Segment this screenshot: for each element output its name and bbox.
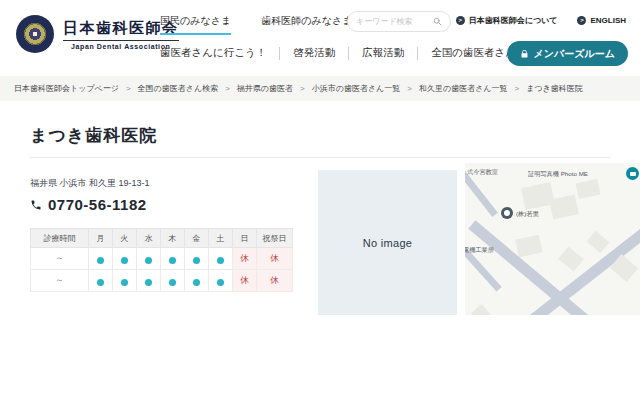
english-link-label: ENGLISH <box>590 16 626 25</box>
divider <box>30 157 610 158</box>
hours-table-header-row: 診療時間月火水木金土日祝祭日 <box>31 229 293 248</box>
map-label: 電機工業所 <box>465 246 494 255</box>
hours-row: ～休休 <box>31 270 293 292</box>
breadcrumb-item: まつき歯科医院 <box>526 83 583 94</box>
hours-open-cell <box>137 248 161 270</box>
open-dot-icon <box>97 279 104 286</box>
nav-divider <box>348 47 349 60</box>
members-room-button[interactable]: メンバーズルーム <box>507 41 628 66</box>
open-dot-icon <box>97 257 104 264</box>
hours-open-cell <box>161 270 185 292</box>
site-logo[interactable]: 日本歯科医師会 Japan Dental Association <box>16 15 179 53</box>
hours-header-cell: 月 <box>89 229 113 248</box>
clinic-name-title: まつき歯科医院 <box>30 124 157 147</box>
breadcrumb-item[interactable]: 福井県の歯医者 <box>237 83 293 94</box>
hours-closed-cell: 休 <box>257 270 293 292</box>
camera-poi-icon <box>626 167 639 180</box>
open-dot-icon <box>121 257 128 264</box>
search-icon[interactable] <box>433 17 442 26</box>
map-building <box>558 246 584 271</box>
open-dot-icon <box>121 279 128 286</box>
tab-dentists[interactable]: 歯科医師のみなさま <box>261 14 352 33</box>
hours-header-cell: 金 <box>185 229 209 248</box>
map-building <box>549 195 579 220</box>
hours-time-cell: ～ <box>31 270 89 292</box>
hours-open-cell <box>113 248 137 270</box>
open-dot-icon <box>145 279 152 286</box>
breadcrumb-item[interactable]: 日本歯科医師会トップページ <box>14 83 119 94</box>
hours-open-cell <box>185 270 209 292</box>
map-building <box>576 179 601 199</box>
nav-divider <box>279 47 280 60</box>
hours-open-cell <box>209 248 233 270</box>
open-dot-icon <box>193 279 200 286</box>
about-link-label: 日本歯科医師会について <box>469 15 558 26</box>
page: 日本歯科医師会 Japan Dental Association 国民のみなさま… <box>0 0 640 400</box>
utility-links: > 日本歯科医師会について > ENGLISH <box>456 15 626 26</box>
map-label: (株)若里 <box>516 210 539 219</box>
map-building <box>515 235 542 258</box>
hours-open-cell <box>89 248 113 270</box>
english-link[interactable]: > ENGLISH <box>577 16 626 25</box>
open-dot-icon <box>169 257 176 264</box>
hours-table: 診療時間月火水木金土日祝祭日 ～休休～休休 <box>30 228 293 292</box>
search-input[interactable]: キーワード検索 <box>347 11 451 32</box>
hours-row: ～休休 <box>31 248 293 270</box>
clinic-map[interactable]: 式今宮教室 証明写真機 Photo ME (株)若里 電機工業所 <box>465 163 640 315</box>
hours-open-cell <box>113 270 137 292</box>
open-dot-icon <box>145 257 152 264</box>
map-label: 式今宮教室 <box>467 168 498 177</box>
main-nav-item[interactable]: 広報活動 <box>362 46 404 60</box>
hours-header-cell: 診療時間 <box>31 229 89 248</box>
nav-divider <box>417 47 418 60</box>
hours-closed-cell: 休 <box>233 270 257 292</box>
phone-number[interactable]: 0770-56-1182 <box>48 196 147 213</box>
phone-icon <box>30 199 42 211</box>
site-header: 日本歯科医師会 Japan Dental Association 国民のみなさま… <box>0 0 640 76</box>
breadcrumb-item[interactable]: 全国の歯医者さん検索 <box>138 83 219 94</box>
map-building <box>471 304 495 315</box>
hours-header-cell: 土 <box>209 229 233 248</box>
open-dot-icon <box>169 279 176 286</box>
breadcrumb-separator: > <box>407 84 412 93</box>
breadcrumb-item[interactable]: 和久里の歯医者さん一覧 <box>419 83 508 94</box>
breadcrumb-separator: > <box>515 84 520 93</box>
map-poi-marker-icon <box>501 207 513 219</box>
open-dot-icon <box>217 257 224 264</box>
hours-header-cell: 祝祭日 <box>257 229 293 248</box>
search-placeholder: キーワード検索 <box>356 16 433 27</box>
arrow-circle-icon: > <box>456 16 465 25</box>
hours-open-cell <box>89 270 113 292</box>
lock-icon <box>520 49 529 59</box>
about-link[interactable]: > 日本歯科医師会について <box>456 15 558 26</box>
main-nav-item[interactable]: 歯医者さんに行こう！ <box>160 46 266 60</box>
open-dot-icon <box>217 279 224 286</box>
hours-open-cell <box>209 270 233 292</box>
hours-header-cell: 日 <box>233 229 257 248</box>
main-nav: 歯医者さんに行こう！啓発活動広報活動全国の歯医者さん検索 <box>160 46 537 60</box>
breadcrumb-item[interactable]: 小浜市の歯医者さん一覧 <box>312 83 401 94</box>
map-building <box>587 231 610 253</box>
hours-closed-cell: 休 <box>257 248 293 270</box>
hours-open-cell <box>137 270 161 292</box>
breadcrumb: 日本歯科医師会トップページ>全国の歯医者さん検索>福井県の歯医者>小浜市の歯医者… <box>0 76 640 101</box>
map-label: 証明写真機 Photo ME <box>528 170 588 179</box>
hours-time-cell: ～ <box>31 248 89 270</box>
hours-closed-cell: 休 <box>233 248 257 270</box>
breadcrumb-separator: > <box>225 84 230 93</box>
hours-header-cell: 水 <box>137 229 161 248</box>
hours-open-cell <box>185 248 209 270</box>
clinic-address: 福井県 小浜市 和久里 19-13-1 <box>30 177 150 190</box>
members-room-label: メンバーズルーム <box>534 47 615 61</box>
main-nav-item[interactable]: 啓発活動 <box>293 46 335 60</box>
hours-open-cell <box>161 248 185 270</box>
breadcrumb-separator: > <box>126 84 131 93</box>
hours-table-body: ～休休～休休 <box>31 248 293 292</box>
open-dot-icon <box>193 257 200 264</box>
clinic-photo-placeholder: No image <box>318 170 457 315</box>
tab-citizens[interactable]: 国民のみなさま <box>160 14 231 35</box>
breadcrumb-separator: > <box>300 84 305 93</box>
arrow-circle-icon: > <box>577 16 586 25</box>
hours-header-cell: 木 <box>161 229 185 248</box>
clinic-phone: 0770-56-1182 <box>30 196 147 213</box>
